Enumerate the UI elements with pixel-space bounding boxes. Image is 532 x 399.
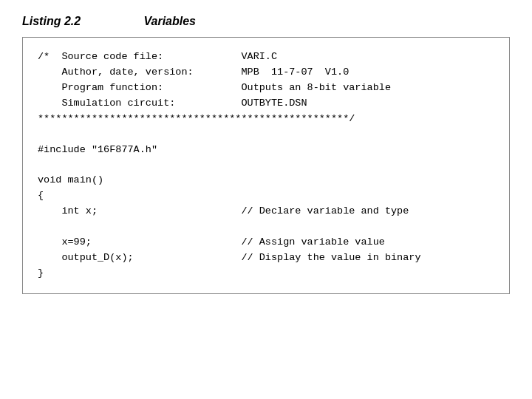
- listing-number: Listing 2.2: [22, 15, 140, 28]
- code-line-13: x=99; // Assign variable value: [38, 236, 385, 248]
- code-line-10: {: [38, 190, 44, 201]
- listing-name: Variables: [143, 15, 196, 27]
- page-container: Listing 2.2 Variables /* Source code fil…: [0, 0, 532, 399]
- listing-title: Listing 2.2 Variables: [22, 15, 510, 28]
- code-line-2: Author, date, version: MPB 11-7-07 V1.0: [38, 66, 349, 78]
- code-line-5: ****************************************…: [38, 113, 355, 124]
- code-line-15: }: [38, 267, 44, 279]
- code-line-1: /* Source code file: VARI.C: [38, 51, 277, 62]
- code-line-7: #include "16F877A.h": [38, 144, 157, 155]
- code-box: /* Source code file: VARI.C Author, date…: [22, 37, 510, 294]
- code-line-4: Simulation circuit: OUTBYTE.DSN: [38, 98, 307, 109]
- code-line-11: int x; // Declare variable and type: [38, 205, 409, 216]
- code-line-14: output_D(x); // Display the value in bin…: [38, 252, 420, 263]
- code-line-3: Program function: Outputs an 8-bit varia…: [38, 82, 391, 93]
- code-line-9: void main(): [38, 174, 103, 185]
